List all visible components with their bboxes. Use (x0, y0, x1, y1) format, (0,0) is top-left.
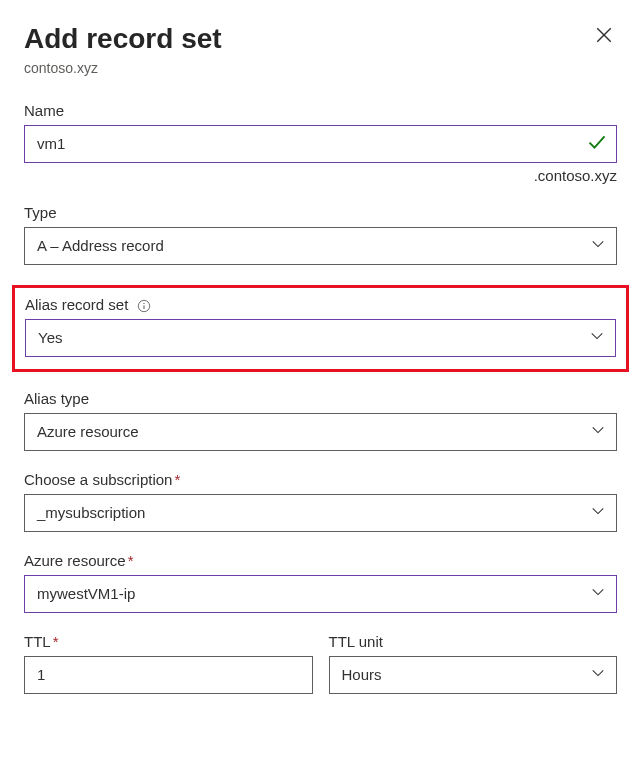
type-label: Type (24, 204, 617, 221)
azure-resource-label-text: Azure resource (24, 552, 126, 569)
subtitle: contoso.xyz (24, 60, 617, 76)
page-title: Add record set (24, 22, 222, 56)
close-icon (595, 26, 613, 47)
required-marker: * (174, 471, 180, 488)
alias-record-set-label-text: Alias record set (25, 296, 128, 313)
alias-record-set-select[interactable]: Yes (25, 319, 616, 357)
subscription-label-text: Choose a subscription (24, 471, 172, 488)
alias-type-select[interactable]: Azure resource (24, 413, 617, 451)
ttl-label: TTL* (24, 633, 313, 650)
type-select[interactable]: A – Address record (24, 227, 617, 265)
name-input[interactable] (24, 125, 617, 163)
name-suffix: .contoso.xyz (24, 167, 617, 184)
azure-resource-label: Azure resource* (24, 552, 617, 569)
ttl-unit-select[interactable]: Hours (329, 656, 618, 694)
required-marker: * (53, 633, 59, 650)
close-button[interactable] (591, 22, 617, 51)
alias-type-label: Alias type (24, 390, 617, 407)
subscription-select[interactable]: _mysubscription (24, 494, 617, 532)
info-icon[interactable] (137, 299, 151, 313)
alias-record-set-label: Alias record set (25, 296, 616, 313)
alias-record-set-highlight: Alias record set Yes (12, 285, 629, 372)
svg-point-3 (143, 302, 144, 303)
ttl-label-text: TTL (24, 633, 51, 650)
azure-resource-select[interactable]: mywestVM1-ip (24, 575, 617, 613)
required-marker: * (128, 552, 134, 569)
ttl-unit-label: TTL unit (329, 633, 618, 650)
subscription-label: Choose a subscription* (24, 471, 617, 488)
check-icon (587, 132, 607, 156)
ttl-input[interactable] (24, 656, 313, 694)
name-label: Name (24, 102, 617, 119)
